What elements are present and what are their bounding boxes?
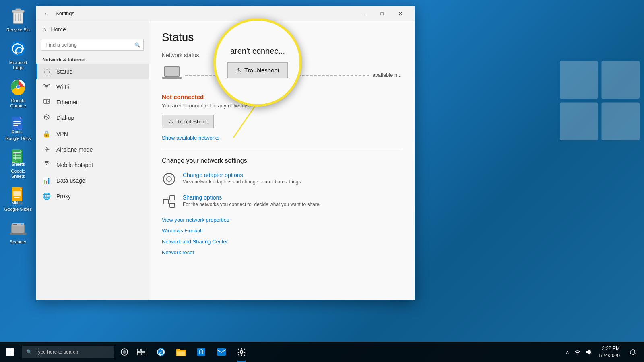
taskbar-hidden-icons[interactable]: ∧ [564, 342, 571, 362]
taskbar-edge[interactable] [151, 342, 171, 362]
sharing-icon [162, 194, 176, 209]
desktop-icon-edge[interactable]: Microsoft Edge [2, 37, 34, 73]
search-icon: 🔍 [134, 42, 140, 48]
sharing-options-desc: For the networks you connect to, decide … [183, 202, 321, 207]
chrome-icon [8, 77, 28, 97]
sidebar-item-airplane[interactable]: ✈ Airplane mode [36, 142, 149, 157]
taskbar-mail[interactable] [212, 342, 231, 362]
sidebar-item-wifi[interactable]: Wi-Fi [36, 79, 149, 95]
adapter-options-title: Change adapter options [183, 172, 302, 178]
change-settings-title: Change your network settings [162, 157, 402, 165]
clock-time: 2:22 PM [602, 345, 620, 352]
svg-rect-76 [142, 352, 145, 355]
show-networks-link[interactable]: Show available networks [162, 135, 402, 141]
svg-rect-42 [13, 224, 17, 225]
svg-rect-3 [601, 102, 640, 140]
troubleshoot-button[interactable]: ⚠ Troubleshoot [162, 115, 214, 128]
home-label: Home [51, 26, 66, 33]
svg-rect-40 [12, 226, 24, 233]
desktop-icon-scanner[interactable]: Scanner [2, 216, 34, 247]
troubleshoot-label: Troubleshoot [177, 119, 207, 125]
view-properties-link[interactable]: View your network properties [162, 217, 402, 223]
edge-icon [8, 39, 28, 58]
taskbar-search[interactable]: 🔍 Type here to search [22, 346, 114, 358]
home-icon: ⌂ [43, 26, 46, 33]
desktop-icon-sheets[interactable]: Sheets Google Sheets [2, 145, 34, 181]
windows-watermark [555, 24, 644, 177]
windows-firewall-link[interactable]: Windows Firewall [162, 228, 402, 234]
close-button[interactable]: ✕ [391, 6, 410, 21]
sidebar-item-ethernet[interactable]: Ethernet [36, 95, 149, 110]
svg-rect-81 [217, 348, 226, 356]
svg-rect-54 [165, 78, 179, 78]
svg-point-43 [21, 224, 23, 225]
search-input[interactable] [41, 39, 144, 51]
magnify-troubleshoot-button[interactable]: ⚠ Troubleshoot [227, 62, 288, 78]
slides-label: Google Slides [4, 207, 32, 212]
adapter-options-desc: View network adapters and change connect… [183, 179, 302, 185]
proxy-icon: 🌐 [43, 192, 51, 200]
taskbar-settings[interactable] [232, 342, 251, 362]
network-reset-link[interactable]: Network reset [162, 249, 402, 255]
airplane-icon: ✈ [43, 146, 51, 153]
sharing-options-item[interactable]: Sharing options For the networks you con… [162, 194, 402, 209]
adapter-options-content: Change adapter options View network adap… [183, 172, 302, 185]
sidebar-section-title: Network & Internet [36, 54, 149, 64]
taskbar-search-text: Type here to search [35, 349, 78, 355]
network-available-text: available n... [372, 72, 402, 78]
svg-point-14 [17, 85, 20, 88]
svg-rect-68 [10, 348, 14, 352]
edge-label: Microsoft Edge [4, 60, 33, 70]
svg-rect-1 [601, 61, 640, 99]
desktop-icon-recycle-bin[interactable]: Recycle Bin [2, 4, 34, 35]
taskbar-volume-icon[interactable] [584, 342, 594, 362]
taskbar-network-icon[interactable] [573, 342, 582, 362]
sidebar-item-status[interactable]: ⬚ Status [36, 64, 149, 79]
vpn-icon: 🔒 [43, 130, 51, 138]
adapter-icon [162, 172, 176, 186]
svg-rect-74 [141, 349, 145, 352]
scanner-label: Scanner [10, 239, 27, 245]
cortana-button[interactable] [116, 342, 133, 362]
slides-icon: Slides [8, 186, 28, 205]
task-view-button[interactable] [133, 342, 150, 362]
adapter-options-item[interactable]: Change adapter options View network adap… [162, 172, 402, 186]
start-button[interactable] [0, 342, 20, 362]
svg-point-83 [240, 351, 243, 353]
taskbar-store[interactable] [192, 342, 211, 362]
svg-point-50 [46, 164, 47, 165]
sidebar-item-data-usage[interactable]: 📊 Data usage [36, 173, 149, 188]
desktop-icon-slides[interactable]: Slides Google Slides [2, 183, 34, 214]
sidebar-search[interactable]: 🔍 [41, 39, 144, 51]
svg-point-56 [167, 177, 171, 181]
warning-icon: ⚠ [169, 119, 173, 125]
sheets-icon: Sheets [8, 148, 28, 167]
back-button[interactable]: ← [41, 8, 52, 19]
sidebar-item-proxy[interactable]: 🌐 Proxy [36, 188, 149, 204]
sharing-center-link[interactable]: Network and Sharing Center [162, 239, 402, 245]
taskbar-search-icon: 🔍 [26, 349, 32, 355]
clock-date: 1/24/2020 [599, 352, 620, 359]
taskbar-notification[interactable] [625, 342, 641, 362]
svg-rect-26 [13, 152, 21, 153]
desktop-icon-docs[interactable]: Docs Google Docs [2, 113, 34, 144]
desktop: Recycle Bin Microsoft Edge [0, 0, 644, 362]
sidebar-item-dialup-label: Dial-up [56, 115, 74, 121]
sidebar-home[interactable]: ⌂ Home [36, 21, 149, 37]
recycle-bin-icon [8, 6, 28, 26]
sidebar-item-dialup[interactable]: Dial-up [36, 110, 149, 126]
svg-rect-19 [13, 121, 21, 122]
sidebar-item-vpn[interactable]: 🔒 VPN [36, 126, 149, 142]
maximize-button[interactable]: □ [373, 6, 391, 21]
svg-point-72 [123, 350, 126, 354]
settings-window: ← Settings – □ ✕ ⌂ Home 🔍 Network & Inte [36, 6, 415, 300]
sidebar-item-hotspot-label: Mobile hotspot [56, 162, 93, 168]
sidebar-item-hotspot[interactable]: Mobile hotspot [36, 157, 149, 173]
svg-rect-44 [10, 233, 27, 235]
laptop-icon [162, 65, 182, 85]
desktop-icon-chrome[interactable]: Google Chrome [2, 75, 34, 111]
taskbar-file-explorer[interactable] [171, 342, 191, 362]
taskbar-clock[interactable]: 2:22 PM 1/24/2020 [595, 342, 623, 362]
svg-rect-6 [16, 9, 21, 11]
minimize-button[interactable]: – [354, 6, 373, 21]
